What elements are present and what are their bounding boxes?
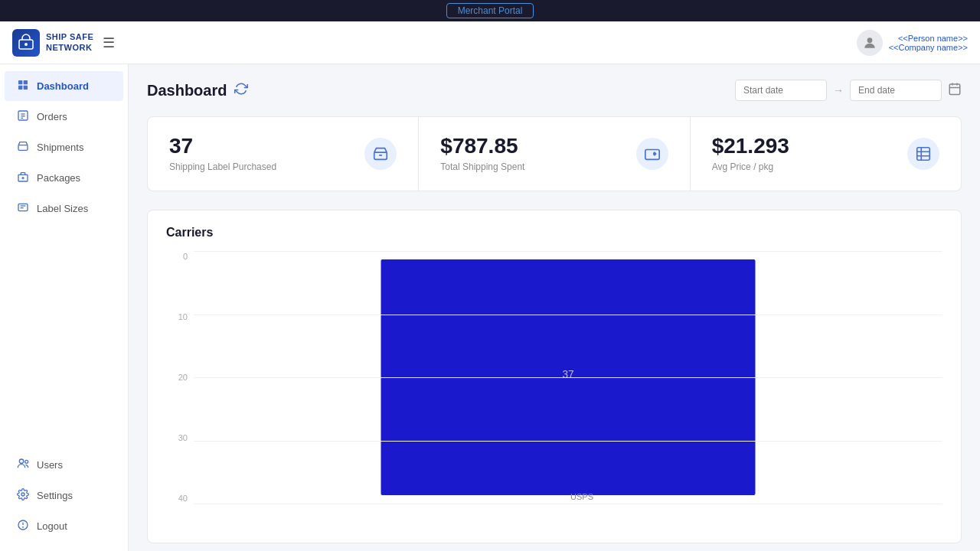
grid-line-20 <box>194 377 942 378</box>
shipments-icon <box>17 140 29 155</box>
stat-icon-total-shipping <box>636 138 668 170</box>
sidebar-label-shipments: Shipments <box>37 142 83 153</box>
sidebar: Dashboard Orders Shipments Packages <box>0 64 129 551</box>
settings-icon <box>17 488 29 503</box>
chart-plot: 37 USPS <box>194 252 942 504</box>
date-range: → <box>735 80 962 101</box>
sidebar-label-users: Users <box>37 459 63 471</box>
chart-section: Carriers 40 30 20 10 0 <box>147 210 962 543</box>
header-left: SHIP SAFE NETWORK ☰ <box>12 29 115 57</box>
merchant-portal-button[interactable]: Merchant Portal <box>446 3 534 18</box>
grid-line-40 <box>194 251 942 252</box>
stat-value-avg-price: $21.293 <box>712 135 789 157</box>
content-title-row: Dashboard <box>147 82 248 99</box>
y-label-0: 0 <box>166 252 194 261</box>
sidebar-label-settings: Settings <box>37 490 73 501</box>
svg-rect-3 <box>18 80 22 84</box>
header: SHIP SAFE NETWORK ☰ <<Person name>> <<Co… <box>0 21 980 64</box>
sidebar-item-orders[interactable]: Orders <box>5 102 123 132</box>
chart-grid <box>194 252 942 504</box>
svg-rect-29 <box>917 148 930 161</box>
logo-text: SHIP SAFE NETWORK <box>46 32 93 52</box>
y-label-30: 30 <box>166 433 194 442</box>
svg-point-18 <box>25 460 28 463</box>
y-label-20: 20 <box>166 373 194 382</box>
y-label-10: 10 <box>166 312 194 321</box>
sidebar-item-logout[interactable]: Logout <box>5 511 123 541</box>
sidebar-nav: Dashboard Orders Shipments Packages <box>0 70 128 449</box>
sidebar-label-logout: Logout <box>37 520 67 532</box>
content-header: Dashboard → <box>147 80 962 101</box>
stats-row: 37 Shipping Label Purchased $787.85 Tota… <box>147 116 962 191</box>
stat-info-shipping-labels: 37 Shipping Label Purchased <box>169 135 276 172</box>
stat-icon-avg-price <box>907 138 939 170</box>
stat-value-total-shipping: $787.85 <box>440 135 524 157</box>
y-label-40: 40 <box>166 494 194 503</box>
user-name: <<Person name>> <box>889 34 968 43</box>
grid-line-10 <box>194 441 942 442</box>
packages-icon <box>17 171 29 185</box>
sidebar-item-dashboard[interactable]: Dashboard <box>5 71 123 101</box>
svg-rect-4 <box>24 80 28 84</box>
stat-label-shipping-labels: Shipping Label Purchased <box>169 161 276 172</box>
sidebar-item-label-sizes[interactable]: Label Sizes <box>5 194 123 223</box>
chart-y-axis: 40 30 20 10 0 <box>166 252 194 504</box>
svg-point-2 <box>867 37 872 43</box>
page-title: Dashboard <box>147 82 227 99</box>
label-sizes-icon <box>17 201 29 216</box>
refresh-icon[interactable] <box>234 82 248 99</box>
chart-title: Carriers <box>166 226 942 240</box>
sidebar-item-shipments[interactable]: Shipments <box>5 132 123 162</box>
sidebar-label-packages: Packages <box>37 172 80 184</box>
svg-point-17 <box>19 459 23 463</box>
logo: SHIP SAFE NETWORK <box>12 29 93 57</box>
svg-rect-5 <box>18 86 22 90</box>
chart-area: 40 30 20 10 0 <box>166 252 942 527</box>
sidebar-label-orders: Orders <box>37 111 67 122</box>
main-content: Dashboard → 37 Shipping Label Purchased <box>129 64 980 551</box>
svg-point-1 <box>24 43 28 46</box>
sidebar-item-users[interactable]: Users <box>5 450 123 480</box>
svg-rect-6 <box>24 86 28 90</box>
logout-icon <box>17 519 29 533</box>
main-layout: Dashboard Orders Shipments Packages <box>0 64 980 551</box>
sidebar-label-label-sizes: Label Sizes <box>37 203 88 214</box>
user-company: <<Company name>> <box>889 43 968 52</box>
sidebar-bottom: Users Settings Logout <box>0 449 128 551</box>
grid-line-30 <box>194 315 942 315</box>
stat-icon-shipping-labels <box>364 138 397 170</box>
stat-label-total-shipping: Total Shipping Spent <box>440 161 524 172</box>
sidebar-item-settings[interactable]: Settings <box>5 481 123 510</box>
svg-point-21 <box>23 527 24 527</box>
stat-card-shipping-labels: 37 Shipping Label Purchased <box>148 117 419 191</box>
users-icon <box>17 458 29 472</box>
orders-icon <box>17 109 29 124</box>
stat-info-avg-price: $21.293 Avg Price / pkg <box>712 135 789 172</box>
stat-value-shipping-labels: 37 <box>169 135 276 157</box>
avatar <box>857 30 883 56</box>
svg-rect-22 <box>949 84 960 95</box>
stat-label-avg-price: Avg Price / pkg <box>712 161 789 172</box>
logo-icon <box>12 29 40 57</box>
date-arrow-icon: → <box>833 84 844 96</box>
svg-rect-27 <box>645 150 658 160</box>
calendar-icon[interactable] <box>948 82 962 99</box>
end-date-input[interactable] <box>850 80 942 101</box>
x-label-usps: USPS <box>570 492 593 501</box>
user-info: <<Person name>> <<Company name>> <box>889 34 968 52</box>
svg-point-19 <box>21 493 24 496</box>
stat-info-total-shipping: $787.85 Total Shipping Spent <box>440 135 524 172</box>
svg-point-28 <box>654 153 655 155</box>
sidebar-label-dashboard: Dashboard <box>37 80 89 92</box>
hamburger-button[interactable]: ☰ <box>103 34 115 51</box>
dashboard-icon <box>17 79 29 93</box>
stat-card-total-shipping: $787.85 Total Shipping Spent <box>419 117 690 191</box>
sidebar-item-packages[interactable]: Packages <box>5 163 123 193</box>
topbar: Merchant Portal <box>0 0 980 21</box>
start-date-input[interactable] <box>735 80 827 101</box>
x-axis-labels: USPS <box>221 481 942 504</box>
header-right: <<Person name>> <<Company name>> <box>857 30 968 56</box>
stat-card-avg-price: $21.293 Avg Price / pkg <box>691 117 961 191</box>
